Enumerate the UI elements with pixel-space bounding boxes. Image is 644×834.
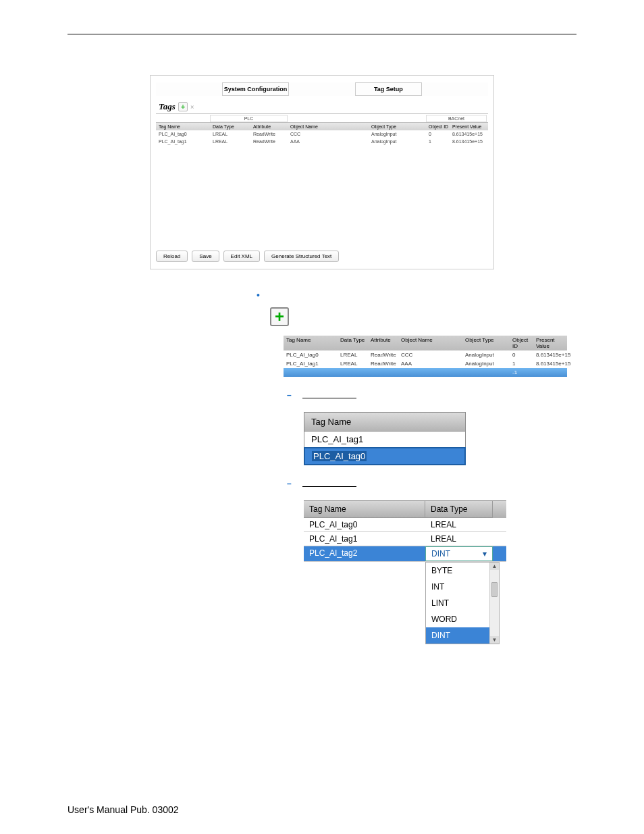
tab-tag-setup[interactable]: Tag Setup	[355, 82, 421, 96]
cell-dt: LREAL	[425, 518, 493, 531]
generate-st-button[interactable]: Generate Structured Text	[264, 251, 339, 262]
save-button[interactable]: Save	[192, 251, 219, 262]
cell-ot: AnalogInput	[462, 359, 510, 368]
col-object-name[interactable]: Object Name	[398, 336, 462, 350]
select-value: DINT	[431, 549, 450, 558]
col-tag-name[interactable]: Tag Name	[284, 336, 338, 350]
scroll-down-icon[interactable]: ▼	[490, 636, 499, 644]
dropdown-option[interactable]: WORD	[426, 611, 489, 627]
col-object-type[interactable]: Object Type	[462, 336, 510, 350]
edit-xml-button[interactable]: Edit XML	[223, 251, 260, 262]
data-type-dropdown-list: BYTE INT LINT WORD DINT ▲ ▼	[425, 562, 500, 644]
cell-on: AAA	[288, 138, 369, 145]
cell-ot	[462, 368, 510, 377]
table-row-editing[interactable]: PLC_AI_tag0	[304, 447, 466, 465]
cell-pv: 8.613415e+15	[533, 359, 567, 368]
cell-on: CCC	[398, 350, 462, 359]
col-object-id[interactable]: Object ID	[426, 123, 450, 130]
col-present-value[interactable]: Present Value	[533, 336, 567, 350]
dropdown-option[interactable]: INT	[426, 579, 489, 595]
cell-pv: 8.613415e+15	[450, 138, 487, 145]
col-data-type[interactable]: Data Type	[338, 336, 368, 350]
cell-tag: PLC_AI_tag2	[304, 546, 425, 561]
data-type-select[interactable]: DINT ▾	[425, 546, 493, 561]
cell-oid: 1	[510, 359, 533, 368]
tag-table-highlighted: Tag Name Data Type Attribute Object Name…	[284, 336, 567, 377]
dash-icon: –	[287, 479, 292, 488]
col-tag-name[interactable]: Tag Name	[304, 501, 425, 518]
table-header: Tag Name Data Type	[304, 501, 506, 518]
close-icon[interactable]: ×	[190, 103, 194, 111]
table-body	[156, 145, 488, 246]
col-object-name[interactable]: Object Name	[288, 123, 369, 130]
chevron-down-icon: ▾	[483, 549, 487, 558]
cell-oid: 0	[510, 350, 533, 359]
cell-tag: PLC_AI_tag0	[284, 350, 338, 359]
header-rule	[68, 34, 576, 34]
cell-ot: AnalogInput	[462, 350, 510, 359]
table-row[interactable]: PLC_AI_tag1 LREAL ReadWrite AAA AnalogIn…	[284, 359, 567, 368]
cell-ot: AnalogInput	[369, 130, 426, 138]
cell-pv: 8.613415e+15	[450, 130, 487, 138]
table-header: Tag Name Data Type Attribute Object Name…	[284, 336, 567, 350]
col-object-id[interactable]: Object ID	[510, 336, 533, 350]
cell-on: CCC	[288, 130, 369, 138]
button-bar: Reload Save Edit XML Generate Structured…	[156, 251, 488, 262]
bullet-row: •	[257, 290, 576, 301]
cell-dt: LREAL	[425, 532, 493, 546]
edit-input[interactable]: PLC_AI_tag0	[312, 451, 367, 461]
cell-tag	[284, 368, 338, 377]
divider	[156, 113, 488, 114]
table-row[interactable]: PLC_AI_tag0 LREAL ReadWrite CCC AnalogIn…	[284, 350, 567, 359]
footer-text: User's Manual Pub. 03002	[68, 804, 179, 815]
cell-on	[398, 368, 462, 377]
dropdown-option[interactable]: LINT	[426, 595, 489, 611]
plus-icon[interactable]: +	[178, 102, 188, 111]
cell-pv	[533, 368, 567, 377]
cell-oid: 1	[426, 138, 450, 145]
group-bacnet: BACnet	[426, 115, 487, 122]
scroll-thumb[interactable]	[491, 582, 498, 597]
col-attribute[interactable]: Attribute	[250, 123, 288, 130]
cell-attr	[368, 368, 398, 377]
scrollbar[interactable]: ▲ ▼	[489, 563, 499, 644]
col-data-type[interactable]: Data Type	[210, 123, 250, 130]
cell-attr: ReadWrite	[368, 350, 398, 359]
plus-icon[interactable]: +	[270, 307, 289, 326]
cell-tag: PLC_AI_tag1	[304, 532, 425, 546]
cell-tag: PLC_AI_tag0	[304, 518, 425, 531]
table-row[interactable]: PLC_AI_tag1 LREAL ReadWrite AAA AnalogIn…	[156, 138, 488, 145]
col-object-type[interactable]: Object Type	[369, 123, 426, 130]
col-present-value[interactable]: Present Value	[450, 123, 487, 130]
dropdown-option-selected[interactable]: DINT	[426, 627, 489, 644]
cell-on: AAA	[398, 359, 462, 368]
tags-text: Tags	[159, 101, 176, 112]
table-row[interactable]: PLC_AI_tag0 LREAL ReadWrite CCC AnalogIn…	[156, 130, 488, 138]
table-row-new[interactable]: -1	[284, 368, 567, 377]
cell-dt: LREAL	[210, 138, 250, 145]
cell-dt: LREAL	[338, 359, 368, 368]
col-tag-name[interactable]: Tag Name	[304, 413, 465, 432]
col-attribute[interactable]: Attribute	[368, 336, 398, 350]
col-data-type[interactable]: Data Type	[425, 501, 493, 518]
cell-tag: PLC_AI_tag0	[156, 130, 210, 138]
table-row[interactable]: PLC_AI_tag0 LREAL	[304, 518, 506, 532]
cell-tag: PLC_AI_tag1	[156, 138, 210, 145]
tags-heading: Tags + ×	[159, 101, 194, 112]
underline	[302, 480, 356, 487]
table-row-selected[interactable]: PLC_AI_tag2 DINT ▾	[304, 546, 506, 562]
col-tag-name[interactable]: Tag Name	[156, 123, 210, 130]
sub-bullet: –	[287, 479, 576, 488]
table-row[interactable]: PLC_AI_tag1	[304, 432, 465, 448]
table-row[interactable]: PLC_AI_tag1 LREAL	[304, 532, 506, 546]
data-type-dropdown-table: Tag Name Data Type PLC_AI_tag0 LREAL PLC…	[304, 500, 506, 644]
tab-spacer3	[422, 82, 488, 96]
reload-button[interactable]: Reload	[156, 251, 188, 262]
dropdown-option[interactable]: BYTE	[426, 563, 489, 579]
tag-name-column-edit: Tag Name PLC_AI_tag1 PLC_AI_tag0	[304, 412, 466, 465]
cell-dt: LREAL	[210, 130, 250, 138]
underline	[302, 392, 356, 398]
scroll-up-icon[interactable]: ▲	[490, 563, 499, 570]
group-plc: PLC	[210, 115, 288, 122]
tab-system-config[interactable]: System Configuration	[222, 82, 288, 96]
